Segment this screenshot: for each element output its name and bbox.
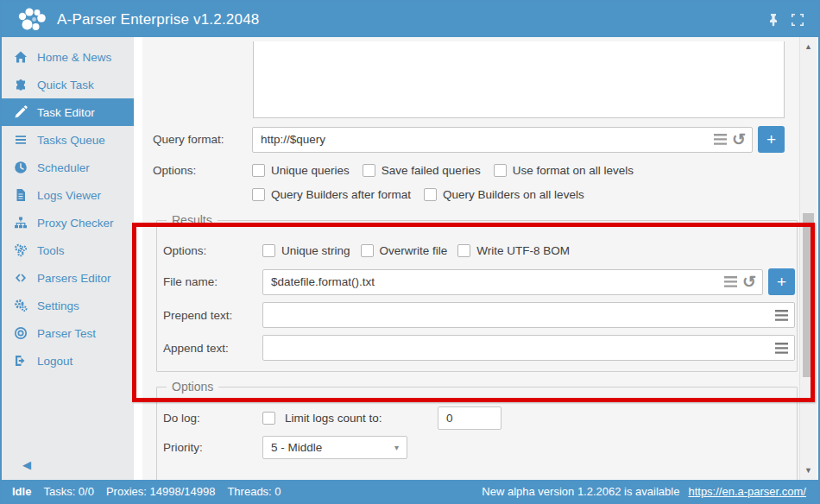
queries-textarea[interactable] <box>253 41 785 118</box>
file-icon <box>14 188 28 202</box>
sitemap-icon <box>14 216 28 230</box>
results-fieldset: Results Options: Unique string Overwrite… <box>156 213 798 372</box>
aparser-logo-icon <box>16 6 48 34</box>
sidebar-item-proxy-checker[interactable]: Proxy Checker <box>2 209 134 236</box>
status-state: Idle <box>12 485 31 498</box>
checkbox-box[interactable] <box>457 244 470 257</box>
status-proxies: Proxies: 14998/14998 <box>106 485 215 498</box>
sidebar-item-label: Proxy Checker <box>37 217 114 230</box>
main-panel: Query format: ↺ + Options: Unique <box>134 37 799 480</box>
append-text-label: Append text: <box>163 342 262 355</box>
sidebar-item-logout[interactable]: Logout <box>2 347 134 375</box>
presets-menu-icon[interactable] <box>724 276 737 287</box>
list-icon <box>14 133 28 147</box>
sidebar-item-task-editor[interactable]: Task Editor <box>2 98 134 126</box>
sidebar-item-scheduler[interactable]: Scheduler <box>2 154 134 181</box>
file-name-input[interactable] <box>262 269 763 295</box>
checkbox-box[interactable] <box>424 188 437 201</box>
checkbox-limit-logs[interactable]: Limit logs count to: <box>262 412 382 425</box>
add-query-format-button[interactable]: + <box>758 126 785 153</box>
sidebar-item-home-news[interactable]: Home & News <box>2 43 134 71</box>
add-file-name-button[interactable]: + <box>768 268 795 295</box>
do-log-row: Do log: Limit logs count to: <box>163 406 797 430</box>
checkbox-box[interactable] <box>262 244 275 257</box>
vertical-scrollbar[interactable]: ▲ ▼ <box>799 37 817 480</box>
priority-selected-value: 5 - Middle <box>271 441 322 454</box>
update-link[interactable]: https://en.a-parser.com/ <box>688 485 806 498</box>
fullscreen-icon[interactable] <box>791 13 804 27</box>
logs-count-input[interactable] <box>438 406 501 430</box>
checkbox-overwrite-file[interactable]: Overwrite file <box>361 244 448 257</box>
checkbox-box[interactable] <box>363 164 375 177</box>
sidebar-item-tasks-queue[interactable]: Tasks Queue <box>2 126 134 154</box>
checkbox-write-utf8-bom[interactable]: Write UTF-8 BOM <box>457 244 570 257</box>
file-name-label: File name: <box>163 275 262 288</box>
sidebar-item-tools[interactable]: Tools <box>2 236 134 264</box>
query-format-input[interactable] <box>252 127 753 153</box>
sidebar-item-label: Task Editor <box>37 106 95 119</box>
prepend-text-label: Prepend text: <box>163 309 262 322</box>
scroll-up-icon[interactable]: ▲ <box>800 42 817 51</box>
chevron-down-icon: ▾ <box>394 443 399 452</box>
query-options-row-1: Options: Unique queries Save failed quer… <box>153 164 799 177</box>
sidebar-item-label: Settings <box>37 299 79 312</box>
checkbox-use-format-all-levels[interactable]: Use format on all levels <box>494 164 634 177</box>
sidebar-item-parsers-editor[interactable]: Parsers Editor <box>2 264 134 292</box>
sidebar-item-parser-test[interactable]: Parser Test <box>2 319 134 347</box>
checkbox-box[interactable] <box>361 244 374 257</box>
checkbox-unique-string[interactable]: Unique string <box>262 244 350 257</box>
presets-menu-icon[interactable] <box>775 343 788 354</box>
checkbox-query-builders-all-levels[interactable]: Query Builders on all levels <box>424 188 584 201</box>
presets-menu-icon[interactable] <box>714 134 727 145</box>
sidebar-item-label: Quick Task <box>37 79 94 91</box>
sidebar-item-label: Scheduler <box>37 161 90 174</box>
app-window: A-Parser Enterprise v1.2.2048 Home & New… <box>0 0 820 504</box>
home-icon <box>14 50 28 64</box>
query-format-row: Query format: ↺ + <box>153 126 799 153</box>
app-title: A-Parser Enterprise v1.2.2048 <box>57 11 259 28</box>
header-bar: A-Parser Enterprise v1.2.2048 <box>2 2 818 37</box>
sidebar-item-label: Parser Test <box>37 327 96 340</box>
cogs-icon <box>14 299 28 312</box>
query-options-row-2: Query Builders after format Query Builde… <box>153 188 799 201</box>
scroll-down-icon[interactable]: ▼ <box>800 466 817 475</box>
sidebar-collapse-button[interactable]: ◀ <box>22 458 31 471</box>
checkbox-box[interactable] <box>262 412 275 425</box>
status-tasks: Tasks: 0/0 <box>43 485 94 498</box>
gears-icon <box>14 243 28 257</box>
puzzle-icon <box>14 78 28 91</box>
checkbox-box[interactable] <box>494 164 507 177</box>
checkbox-query-builders-after-format[interactable]: Query Builders after format <box>252 188 411 201</box>
sidebar-item-label: Parsers Editor <box>37 272 111 285</box>
code-icon <box>14 271 28 285</box>
sidebar-item-label: Logout <box>37 355 73 368</box>
sidebar-item-label: Tools <box>37 244 65 257</box>
checkbox-box[interactable] <box>252 164 265 177</box>
file-name-row: File name: ↺ + <box>163 268 797 295</box>
checkbox-save-failed-queries[interactable]: Save failed queries <box>363 164 481 177</box>
append-text-input[interactable] <box>262 335 795 361</box>
sidebar-item-label: Logs Viewer <box>37 189 101 202</box>
priority-select[interactable]: 5 - Middle ▾ <box>262 436 407 459</box>
scrollbar-thumb[interactable] <box>803 213 814 377</box>
results-options-label: Options: <box>163 244 262 257</box>
undo-icon[interactable]: ↺ <box>742 274 756 290</box>
sidebar-item-label: Tasks Queue <box>37 134 105 147</box>
sidebar-nav: Home & News Quick Task Task Editor Tasks… <box>2 37 134 480</box>
sidebar-item-logs-viewer[interactable]: Logs Viewer <box>2 181 134 209</box>
options-legend: Options <box>167 380 218 394</box>
checkbox-unique-queries[interactable]: Unique queries <box>252 164 350 177</box>
sidebar-item-settings[interactable]: Settings <box>2 292 134 319</box>
undo-icon[interactable]: ↺ <box>732 131 746 148</box>
presets-menu-icon[interactable] <box>775 310 788 321</box>
sidebar-item-quick-task[interactable]: Quick Task <box>2 71 134 98</box>
results-legend: Results <box>167 213 218 227</box>
checkbox-box[interactable] <box>252 188 265 201</box>
update-message: New alpha version 1.2.2062 is available <box>482 485 679 498</box>
prepend-text-input[interactable] <box>262 302 795 328</box>
pin-icon[interactable] <box>766 13 780 27</box>
logout-icon <box>14 354 28 368</box>
query-format-label: Query format: <box>153 133 252 146</box>
options-fieldset: Options Do log: Limit logs count to: Pri… <box>156 380 798 480</box>
results-options-row: Options: Unique string Overwrite file Wr… <box>163 244 797 257</box>
